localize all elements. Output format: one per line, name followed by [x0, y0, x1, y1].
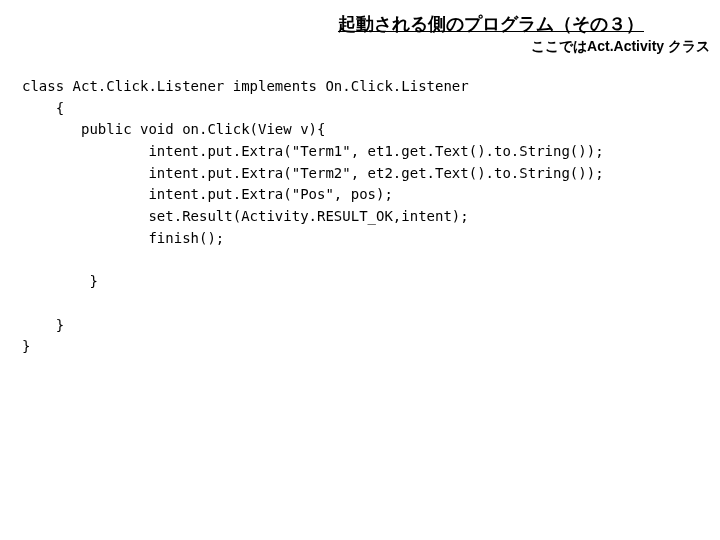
code-line: finish(); — [22, 230, 224, 246]
code-line: public void on.Click(View v){ — [22, 121, 325, 137]
code-block: class Act.Click.Listener implements On.C… — [22, 76, 604, 358]
code-line: intent.put.Extra("Pos", pos); — [22, 186, 393, 202]
page-subtitle: ここではAct.Activity クラス — [531, 38, 710, 56]
code-line: } — [22, 338, 30, 354]
code-line: class Act.Click.Listener implements On.C… — [22, 78, 469, 94]
code-line: intent.put.Extra("Term2", et2.get.Text()… — [22, 165, 604, 181]
code-line: } — [22, 317, 64, 333]
code-line: { — [22, 100, 64, 116]
code-line: intent.put.Extra("Term1", et1.get.Text()… — [22, 143, 604, 159]
code-line: set.Result(Activity.RESULT_OK,intent); — [22, 208, 469, 224]
page-title: 起動される側のプログラム（その３） — [338, 12, 644, 36]
code-line: } — [22, 273, 98, 289]
